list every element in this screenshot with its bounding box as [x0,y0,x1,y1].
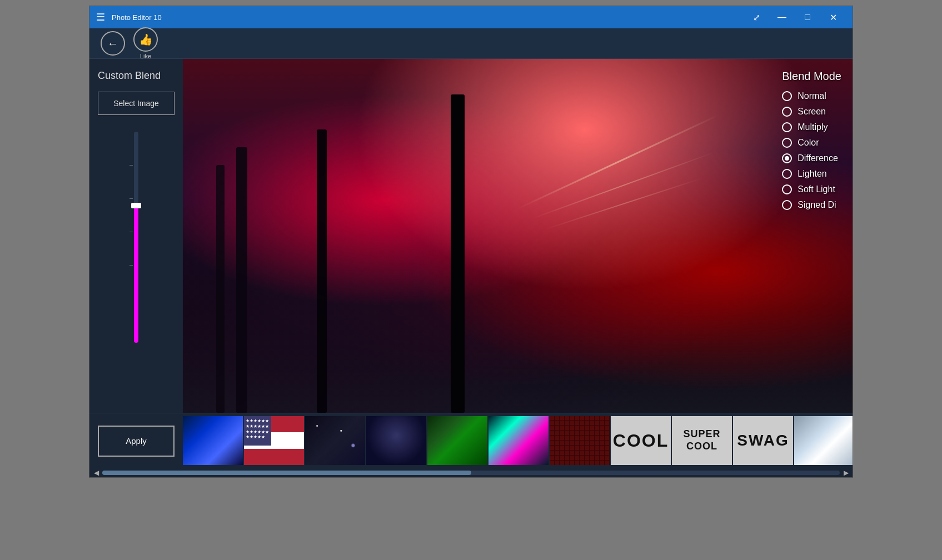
blend-option-multiply[interactable]: Multiply [782,122,841,132]
back-icon: ← [107,37,118,50]
filter-swag-label: SWAG [737,432,789,449]
resize-button[interactable]: ⤢ [744,6,769,28]
filter-item-forest[interactable] [427,416,487,465]
blend-label-lighten: Lighten [798,169,827,179]
blend-option-soft-light[interactable]: Soft Light [782,184,841,194]
blend-radio-screen[interactable] [782,107,792,117]
hamburger-menu-icon[interactable]: ☰ [96,11,105,23]
maximize-button[interactable]: □ [795,6,820,28]
filter-item-grid-pattern[interactable] [550,416,610,465]
like-button[interactable]: 👍 [133,27,158,52]
flag-stars: ★★★★★★★★★★★★★★★★★★★★★★★ [246,418,270,439]
filter-super-cool-label: SUPER COOL [683,428,720,452]
blend-radio-signed-di[interactable] [782,200,792,210]
blend-mode-title: Blend Mode [782,70,841,83]
blend-radio-multiply[interactable] [782,122,792,132]
filter-item-neon-hands[interactable] [489,416,549,465]
blend-option-color[interactable]: Color [782,138,841,148]
content-area: Custom Blend Select Image [89,59,853,413]
window-controls: ⤢ — □ ✕ [744,6,846,28]
filter-item-cool[interactable]: COOL [611,416,671,465]
blend-label-normal: Normal [798,91,826,101]
canvas-image: Blend Mode Normal Screen Multiply [183,59,853,413]
blend-option-difference[interactable]: Difference [782,153,841,163]
blend-label-multiply: Multiply [798,122,828,132]
filter-item-night-bokeh[interactable] [305,416,365,465]
sidebar: Custom Blend Select Image [89,59,183,413]
filter-item-super-cool[interactable]: SUPER COOL [672,416,732,465]
slider-tick [129,198,133,199]
filter-item-clouds[interactable] [794,416,853,465]
opacity-slider-track[interactable] [134,132,138,343]
select-image-button[interactable]: Select Image [98,92,175,115]
filter-item-blue-bokeh[interactable] [183,416,243,465]
scroll-track[interactable] [102,471,840,475]
filter-item-flag[interactable]: ★★★★★★★★★★★★★★★★★★★★★★★ [244,416,304,465]
filter-strip: ★★★★★★★★★★★★★★★★★★★★★★★ COOL [183,413,853,468]
blend-label-screen: Screen [798,107,826,117]
filter-cool-label: COOL [613,431,669,451]
blend-label-color: Color [798,138,819,148]
light-ray [531,152,714,219]
scroll-right-arrow[interactable]: ▶ [842,469,850,477]
apply-button[interactable]: Apply [98,426,175,457]
tree-silhouette [216,165,225,413]
blend-option-normal[interactable]: Normal [782,91,841,101]
blend-radio-soft-light[interactable] [782,184,792,194]
thumbs-up-icon: 👍 [139,33,153,46]
blend-option-lighten[interactable]: Lighten [782,169,841,179]
main-image-area: Blend Mode Normal Screen Multiply [183,59,853,413]
filter-item-night-road[interactable] [366,416,426,465]
scroll-thumb[interactable] [102,471,471,475]
blend-option-screen[interactable]: Screen [782,107,841,117]
toolbar: ← 👍 Like [89,28,853,59]
close-button[interactable]: ✕ [820,6,846,28]
blend-radio-normal[interactable] [782,91,792,101]
slider-tick [129,232,133,232]
filter-item-swag[interactable]: SWAG [733,416,793,465]
blend-label-difference: Difference [798,153,838,163]
blend-option-signed-di[interactable]: Signed Di [782,200,841,210]
light-ray [544,177,703,230]
tree-silhouette [317,129,327,413]
window-title: Photo Editor 10 [112,13,744,22]
blend-radio-lighten[interactable] [782,169,792,179]
like-button-wrap: 👍 Like [133,27,158,59]
blend-radio-color[interactable] [782,138,792,148]
back-button[interactable]: ← [101,31,125,56]
bottom-strip: Apply ★★★★★★★★★★★★★★★★★★★★★★★ [89,413,853,468]
minimize-button[interactable]: — [769,6,795,28]
light-ray [517,114,720,209]
sidebar-title: Custom Blend [98,70,175,82]
horizontal-scrollbar: ◀ ▶ [89,468,853,477]
scroll-left-arrow[interactable]: ◀ [92,469,100,477]
slider-tick [129,165,133,166]
blend-label-signed-di: Signed Di [798,200,836,210]
titlebar: ☰ Photo Editor 10 ⤢ — □ ✕ [89,6,853,28]
slider-thumb[interactable] [131,203,141,208]
apply-button-wrap: Apply [89,413,183,468]
blend-radio-difference[interactable] [782,153,792,163]
blend-mode-panel: Blend Mode Normal Screen Multiply [782,70,841,216]
slider-tick [129,265,133,266]
main-window: ☰ Photo Editor 10 ⤢ — □ ✕ ← 👍 Like Custo… [89,6,853,478]
flag-stripe [244,449,304,465]
tree-silhouette [451,94,465,413]
tree-silhouette [236,147,247,413]
opacity-slider-container [98,132,175,402]
slider-fill [134,206,138,343]
blend-label-soft-light: Soft Light [798,184,835,194]
